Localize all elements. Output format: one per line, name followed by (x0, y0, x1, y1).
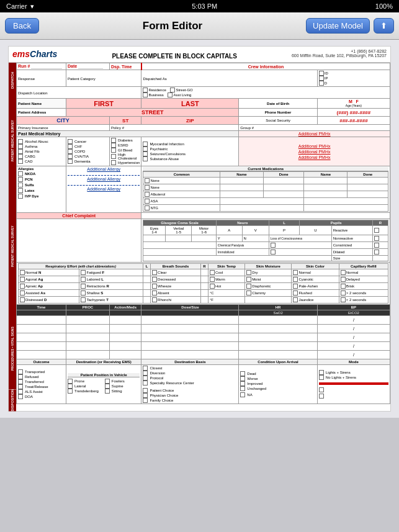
substance-cb[interactable] (143, 156, 148, 161)
chf-cb[interactable] (68, 144, 73, 149)
jaundice-cb[interactable] (293, 297, 298, 302)
med-done-4[interactable] (347, 184, 388, 191)
d-checkbox[interactable] (319, 81, 324, 86)
dead-cb[interactable] (240, 371, 245, 376)
asthma-cb[interactable] (18, 144, 23, 149)
share-button[interactable]: ⬆ (374, 18, 394, 34)
R-wheeze[interactable] (200, 283, 208, 290)
cva-tia-cb[interactable] (68, 154, 73, 159)
improved-cb[interactable] (240, 381, 245, 386)
lateral-cb[interactable] (68, 384, 73, 389)
gi-bleed-cb[interactable] (111, 148, 116, 153)
dose-3[interactable] (141, 333, 239, 342)
med-name-2[interactable] (220, 184, 263, 191)
lights-sirens-cb[interactable] (319, 370, 324, 375)
diaphoretic-cb[interactable] (246, 284, 251, 289)
normal-refill-cb[interactable] (341, 270, 346, 275)
agonal-cb[interactable] (20, 277, 25, 282)
prone-cb[interactable] (68, 379, 73, 384)
proc-2[interactable] (66, 325, 110, 333)
patient-choice-cb[interactable] (143, 388, 148, 393)
hypertension-cb[interactable] (111, 160, 116, 165)
supine-cb[interactable] (105, 384, 110, 389)
asst-living-checkbox[interactable] (168, 92, 173, 97)
id-checkbox[interactable] (319, 71, 324, 76)
chem-cb[interactable] (269, 242, 331, 249)
med-alb-name2[interactable] (304, 191, 347, 198)
labored-cb[interactable] (81, 277, 86, 282)
proc-1[interactable] (66, 316, 110, 325)
cancer-cb[interactable] (68, 139, 73, 144)
hr-5[interactable] (239, 351, 318, 359)
fatigued-cb[interactable] (81, 270, 86, 275)
ntg-cb[interactable] (145, 205, 150, 210)
wheeze-cb[interactable] (152, 284, 157, 289)
med-done-2[interactable] (263, 184, 304, 191)
action-5[interactable] (110, 351, 141, 359)
clammy-cb[interactable] (246, 291, 251, 295)
med-asa-detail2[interactable] (304, 198, 388, 205)
proc-3[interactable] (66, 333, 110, 342)
psych-cb[interactable] (143, 147, 148, 151)
action-4[interactable] (110, 342, 141, 351)
L-assisted[interactable] (143, 290, 151, 297)
med-name-4[interactable] (304, 184, 347, 191)
alcohol-abuse-cb[interactable] (18, 139, 23, 144)
time-3[interactable] (17, 333, 66, 342)
dry-cb[interactable] (246, 270, 251, 275)
delayed-cb[interactable] (341, 277, 346, 282)
hr-1[interactable] (239, 316, 318, 325)
hr-4[interactable] (239, 342, 318, 351)
med-done-1[interactable] (263, 178, 304, 184)
transferred-cb[interactable] (18, 379, 23, 384)
cyanotic-cb[interactable] (293, 277, 298, 282)
normal-color-cb[interactable] (293, 270, 298, 275)
verbal-input[interactable] (165, 235, 192, 242)
doa-cb[interactable] (18, 394, 23, 399)
med-done-3[interactable] (347, 178, 388, 184)
esrd-cb[interactable] (111, 143, 116, 148)
unchanged-cb[interactable] (240, 386, 245, 391)
dose-5[interactable] (141, 351, 239, 359)
R-rhonchi[interactable] (200, 297, 208, 304)
retractions-cb[interactable] (81, 284, 86, 289)
closest-cb[interactable] (143, 366, 148, 371)
action-3[interactable] (110, 333, 141, 342)
bp-5[interactable]: / (317, 351, 390, 359)
size-input[interactable] (372, 256, 388, 261)
family-choice-cb[interactable] (143, 398, 148, 403)
no-lights-sirens-cb[interactable] (319, 375, 324, 380)
nonreactive-cb[interactable] (372, 235, 388, 242)
albuterol-cb[interactable] (145, 192, 150, 197)
state-cell[interactable]: ST (110, 117, 141, 125)
diversion-cb[interactable] (143, 371, 148, 376)
specialty-cb[interactable] (143, 381, 148, 385)
send-data-button[interactable] (319, 382, 388, 385)
warm-cb[interactable] (210, 277, 215, 282)
cad-cb[interactable] (18, 159, 23, 164)
assisted-cb[interactable] (20, 291, 25, 295)
street-go-checkbox[interactable] (170, 88, 175, 92)
dose-1[interactable] (141, 316, 239, 325)
seizures-cb[interactable] (143, 151, 148, 156)
chief-complaint-input[interactable] (17, 219, 141, 263)
time-5[interactable] (17, 351, 66, 359)
med-alb-done2[interactable] (347, 191, 388, 198)
crew2-cb[interactable] (319, 394, 324, 399)
treat-release-cb[interactable] (18, 384, 23, 389)
sulfa-cb[interactable] (18, 183, 23, 187)
gt2sec-cb[interactable] (341, 291, 346, 295)
decreased-cb[interactable] (152, 277, 157, 282)
absent-cb[interactable] (152, 291, 157, 295)
L-distressed[interactable] (143, 297, 151, 304)
lt2sec-cb[interactable] (341, 297, 346, 302)
ip-checkbox[interactable] (319, 76, 324, 81)
immob-cb[interactable] (269, 249, 331, 256)
bp-2[interactable]: / (317, 325, 390, 333)
time-2[interactable] (17, 325, 66, 333)
dose-2[interactable] (141, 325, 239, 333)
back-button[interactable]: Back (5, 18, 39, 34)
time-1[interactable] (17, 316, 66, 325)
als-assist-cb[interactable] (18, 389, 23, 394)
distressed-cb[interactable] (20, 297, 25, 302)
